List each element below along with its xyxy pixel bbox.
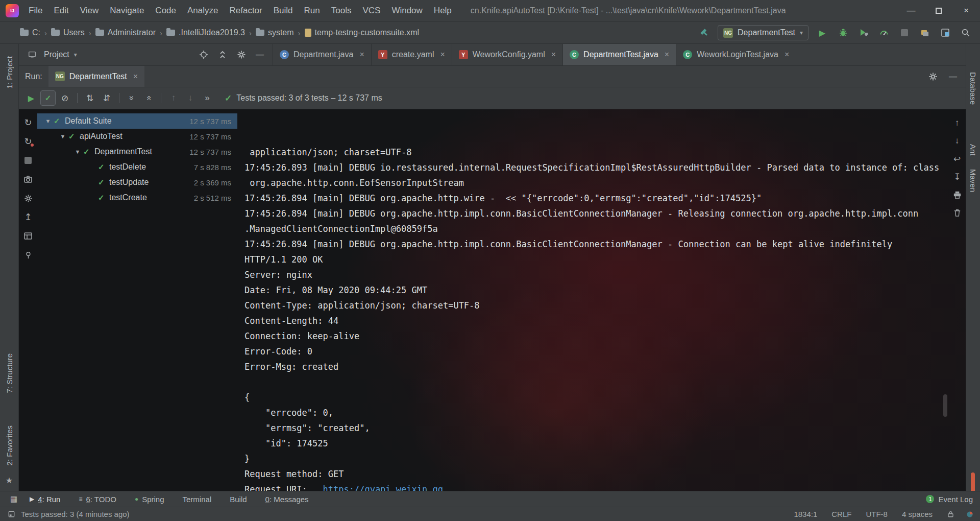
close-icon[interactable]: × [133, 72, 138, 81]
show-ignored-toggle[interactable]: ⊘ [57, 90, 72, 106]
build-project-icon[interactable] [697, 26, 712, 40]
breadcrumb-file[interactable]: temp-testng-customsuite.xml [305, 28, 420, 37]
toolwindow-button-run[interactable]: ▶4: Run [30, 495, 60, 504]
toolwindow-button-spring[interactable]: ●Spring [135, 495, 164, 504]
toolwindow-button-messages[interactable]: 0: Messages [265, 495, 309, 504]
rerun-tests-icon[interactable]: ↻ [21, 115, 35, 130]
close-icon[interactable]: × [359, 50, 364, 59]
test-tree-row[interactable]: ✓testCreate2 s 512 ms [37, 190, 237, 205]
caret-position[interactable]: 1834:1 [794, 510, 817, 518]
toolwindow-button-database[interactable]: Database [969, 72, 977, 105]
tree-expand-icon[interactable]: ▼ [57, 133, 68, 139]
sort-alphabetically-icon[interactable]: ⇅ [82, 90, 97, 106]
restore-windows-icon[interactable] [938, 26, 952, 40]
run-button[interactable]: ▶ [815, 25, 830, 40]
scroll-down-icon[interactable]: ↓ [950, 134, 964, 148]
soft-wrap-icon[interactable]: ↩ [950, 152, 964, 165]
console-scrollbar[interactable] [943, 394, 947, 417]
test-tree-row[interactable]: ✓testUpdate2 s 369 ms [37, 175, 237, 190]
lock-icon[interactable] [947, 510, 954, 518]
sort-by-duration-icon[interactable]: ⇵ [99, 90, 114, 106]
editor-tab-department-java[interactable]: CDepartment.java× [273, 44, 372, 65]
locate-file-icon[interactable] [197, 48, 211, 62]
close-button[interactable]: × [952, 0, 980, 21]
close-icon[interactable]: × [665, 50, 669, 59]
menu-item-build[interactable]: Build [268, 0, 299, 21]
menu-item-view[interactable]: View [75, 0, 105, 21]
toolwindow-button-ant[interactable]: Ant [969, 144, 977, 156]
scroll-to-end-icon[interactable]: ↧ [950, 170, 964, 183]
rerun-failed-tests-icon[interactable]: ↻ [21, 134, 35, 149]
file-encoding[interactable]: UTF-8 [866, 510, 888, 518]
toolwindow-corner-icon[interactable] [6, 509, 16, 519]
editor-tab-weworkconfig-yaml[interactable]: YWeworkConfig.yaml× [452, 44, 563, 65]
tree-expand-icon[interactable]: ▼ [42, 118, 54, 124]
toolwindow-button-terminal[interactable]: Terminal [183, 495, 212, 504]
test-tree-row[interactable]: ✓testDelete7 s 828 ms [37, 159, 237, 175]
menu-item-refactor[interactable]: Refactor [224, 0, 267, 21]
breadcrumb-item[interactable]: Administrator [95, 28, 156, 37]
menu-item-analyze[interactable]: Analyze [182, 0, 224, 21]
test-tree-row[interactable]: ▼✓Default Suite12 s 737 ms [37, 113, 237, 129]
run-settings-icon[interactable] [926, 69, 940, 84]
breadcrumb-item[interactable]: Users [51, 28, 85, 37]
editor-tab-departmenttest-java[interactable]: CDepartmentTest.java× [563, 44, 676, 65]
clear-console-icon[interactable] [950, 206, 964, 219]
menu-item-file[interactable]: File [23, 0, 48, 21]
close-icon[interactable]: × [785, 50, 789, 59]
breadcrumb-item[interactable]: C: [20, 28, 40, 37]
run-with-coverage-button[interactable] [856, 26, 871, 40]
editor-tab-create-yaml[interactable]: Ycreate.yaml× [372, 44, 452, 65]
hide-panel-icon[interactable]: — [253, 48, 266, 61]
breadcrumb-item[interactable]: .IntelliJIdea2019.3 [166, 28, 245, 37]
close-icon[interactable]: × [440, 50, 445, 59]
print-icon[interactable] [950, 188, 964, 201]
run-tab-departmenttest[interactable]: NG DepartmentTest × [48, 66, 144, 87]
toolwindow-button-project[interactable]: 1: Project [5, 56, 14, 88]
profiler-button[interactable] [877, 26, 891, 40]
debug-button[interactable] [836, 26, 850, 40]
toolwindow-button-maven[interactable]: Maven [969, 169, 977, 192]
dump-threads-icon[interactable] [21, 172, 35, 186]
toolwindow-button-todo[interactable]: ≡6: TODO [79, 495, 116, 504]
hide-run-panel-icon[interactable]: — [946, 70, 960, 83]
toolwindow-button-structure[interactable]: 7: Structure [5, 353, 14, 393]
run-configuration-select[interactable]: NG DepartmentTest ▾ [718, 25, 808, 40]
status-message[interactable]: Tests passed: 3 (4 minutes ago) [21, 510, 130, 518]
close-icon[interactable]: × [551, 50, 556, 59]
panel-settings-icon[interactable] [234, 48, 249, 62]
line-separator[interactable]: CRLF [831, 510, 851, 518]
menu-item-help[interactable]: Help [428, 0, 457, 21]
editor-tab-weworklogintest-java[interactable]: CWeworkLoginTest.java× [676, 44, 796, 65]
toolwindow-button-favorites[interactable]: 2: Favorites [5, 425, 14, 465]
console-output[interactable]: application/json; charset=UTF-817:45:26.… [240, 109, 948, 491]
scroll-up-icon[interactable]: ↑ [950, 116, 964, 130]
minimize-button[interactable]: — [897, 0, 925, 21]
expand-all-icon[interactable]: » [124, 90, 139, 106]
menu-item-code[interactable]: Code [150, 0, 182, 21]
test-tree-row[interactable]: ▼✓apiAutoTest12 s 737 ms [37, 129, 237, 144]
menu-item-edit[interactable]: Edit [48, 0, 74, 21]
menu-item-run[interactable]: Run [299, 0, 326, 21]
breadcrumb-item[interactable]: system [256, 28, 294, 37]
more-actions-icon[interactable]: » [200, 90, 215, 106]
search-everywhere-icon[interactable] [959, 26, 973, 40]
tree-expand-icon[interactable]: ▼ [72, 149, 83, 155]
toolwindow-switcher-icon[interactable]: ▦ [7, 492, 20, 506]
console-link[interactable]: https://qyapi.weixin.qq [323, 484, 443, 491]
collapse-all-icon[interactable] [215, 48, 230, 62]
toolwindow-button-build[interactable]: Build [230, 495, 247, 504]
menu-item-navigate[interactable]: Navigate [104, 0, 150, 21]
export-test-results-icon[interactable]: ↥ [21, 210, 35, 224]
collapse-all-icon[interactable]: » [141, 90, 156, 106]
menu-item-tools[interactable]: Tools [326, 0, 357, 21]
menu-item-vcs[interactable]: VCS [357, 0, 386, 21]
show-passed-toggle[interactable]: ✓ [40, 90, 56, 106]
project-structure-icon[interactable] [918, 26, 932, 40]
project-view-selector[interactable]: Project [44, 50, 69, 59]
test-settings-icon[interactable] [21, 191, 35, 205]
pin-tab-icon[interactable] [21, 248, 35, 262]
maximize-button[interactable] [925, 0, 952, 21]
rerun-button[interactable]: ▶ [23, 90, 39, 106]
indent-info[interactable]: 4 spaces [902, 510, 933, 518]
